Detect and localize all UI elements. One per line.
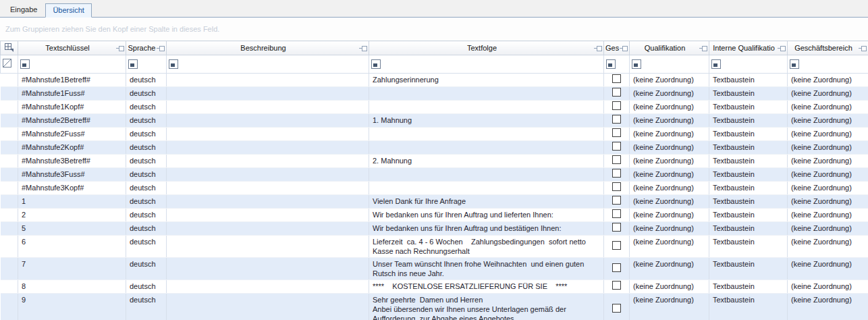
table-row[interactable]: 5deutschWir bedanken uns für Ihren Auftr…: [1, 222, 868, 236]
cell-geschaeftsbereich[interactable]: (keine Zuordnung): [788, 114, 868, 128]
filter-condition-icon[interactable]: [632, 59, 641, 69]
cell-textschluessel[interactable]: 7: [18, 258, 126, 280]
cell-ges[interactable]: [604, 195, 630, 209]
ges-checkbox[interactable]: [612, 281, 621, 290]
cell-ges[interactable]: [604, 128, 630, 141]
cell-geschaeftsbereich[interactable]: (keine Zuordnung): [788, 155, 868, 168]
filter-cell-ges[interactable]: [604, 55, 630, 74]
cell-textfolge[interactable]: [369, 168, 604, 182]
cell-textschluessel[interactable]: #Mahnstufe3Kopf#: [18, 182, 126, 195]
filter-cell-textschluessel[interactable]: [18, 55, 126, 74]
cell-sprache[interactable]: deutsch: [126, 155, 167, 168]
cell-beschreibung[interactable]: [167, 258, 369, 280]
cell-textschluessel[interactable]: 2: [18, 209, 126, 222]
cell-interne_qualifikation[interactable]: Textbaustein: [709, 222, 788, 236]
column-header-sprache[interactable]: Sprache: [126, 41, 167, 55]
table-row[interactable]: 8deutsch**** KOSTENLOSE ERSATZLIEFERUNG …: [1, 280, 868, 294]
ges-checkbox[interactable]: [612, 304, 621, 313]
filter-pin-icon[interactable]: [359, 46, 367, 51]
select-all-corner[interactable]: [1, 41, 18, 55]
filter-pin-icon[interactable]: [157, 46, 165, 51]
cell-qualifikation[interactable]: (keine Zuordnung): [630, 128, 709, 141]
cell-interne_qualifikation[interactable]: Textbaustein: [709, 182, 788, 195]
cell-textschluessel[interactable]: 9: [18, 294, 126, 320]
group-by-panel[interactable]: Zum Gruppieren ziehen Sie den Kopf einer…: [0, 18, 868, 41]
cell-interne_qualifikation[interactable]: Textbaustein: [709, 87, 788, 101]
cell-geschaeftsbereich[interactable]: (keine Zuordnung): [788, 280, 868, 294]
cell-ges[interactable]: [604, 222, 630, 236]
cell-interne_qualifikation[interactable]: Textbaustein: [709, 294, 788, 320]
cell-geschaeftsbereich[interactable]: (keine Zuordnung): [788, 128, 868, 141]
cell-interne_qualifikation[interactable]: Textbaustein: [709, 168, 788, 182]
filter-cell-beschreibung[interactable]: [167, 55, 369, 74]
cell-textfolge[interactable]: [369, 141, 604, 155]
cell-sprache[interactable]: deutsch: [126, 182, 167, 195]
cell-geschaeftsbereich[interactable]: (keine Zuordnung): [788, 87, 868, 101]
ges-checkbox[interactable]: [612, 115, 621, 124]
filter-cell-textfolge[interactable]: [369, 55, 604, 74]
table-row[interactable]: #Mahnstufe2Fuss#deutsch(keine Zuordnung)…: [1, 128, 868, 141]
cell-beschreibung[interactable]: [167, 168, 369, 182]
filter-condition-icon[interactable]: [371, 59, 381, 69]
cell-sprache[interactable]: deutsch: [126, 195, 167, 209]
cell-interne_qualifikation[interactable]: Textbaustein: [709, 280, 788, 294]
cell-qualifikation[interactable]: (keine Zuordnung): [630, 101, 709, 114]
filter-condition-icon[interactable]: [169, 59, 178, 69]
table-row[interactable]: #Mahnstufe2Betreff#deutsch1. Mahnung(kei…: [1, 114, 868, 128]
cell-geschaeftsbereich[interactable]: (keine Zuordnung): [788, 258, 868, 280]
cell-textschluessel[interactable]: #Mahnstufe2Kopf#: [18, 141, 126, 155]
filter-cell-interne-qualifikation[interactable]: [709, 55, 788, 74]
cell-interne_qualifikation[interactable]: Textbaustein: [709, 195, 788, 209]
cell-sprache[interactable]: deutsch: [126, 141, 167, 155]
filter-condition-icon[interactable]: [128, 59, 138, 69]
filter-pin-icon[interactable]: [594, 46, 602, 51]
cell-interne_qualifikation[interactable]: Textbaustein: [709, 101, 788, 114]
table-row[interactable]: #Mahnstufe3Fuss#deutsch(keine Zuordnung)…: [1, 168, 868, 182]
filter-cell-qualifikation[interactable]: [630, 55, 709, 74]
column-header-interne-qualifikation[interactable]: Interne Qualifikatio: [709, 41, 788, 55]
cell-interne_qualifikation[interactable]: Textbaustein: [709, 114, 788, 128]
cell-beschreibung[interactable]: [167, 87, 369, 101]
cell-sprache[interactable]: deutsch: [126, 74, 167, 87]
cell-sprache[interactable]: deutsch: [126, 101, 167, 114]
cell-qualifikation[interactable]: (keine Zuordnung): [630, 236, 709, 258]
filter-condition-icon[interactable]: [20, 59, 30, 69]
table-row[interactable]: #Mahnstufe2Kopf#deutsch(keine Zuordnung)…: [1, 141, 868, 155]
ges-checkbox[interactable]: [612, 196, 621, 205]
cell-textfolge[interactable]: 1. Mahnung: [369, 114, 604, 128]
cell-sprache[interactable]: deutsch: [126, 236, 167, 258]
cell-geschaeftsbereich[interactable]: (keine Zuordnung): [788, 101, 868, 114]
ges-checkbox[interactable]: [612, 88, 621, 97]
cell-interne_qualifikation[interactable]: Textbaustein: [709, 258, 788, 280]
filter-condition-icon[interactable]: [790, 59, 799, 69]
cell-ges[interactable]: [604, 209, 630, 222]
ges-checkbox[interactable]: [612, 209, 621, 218]
cell-qualifikation[interactable]: (keine Zuordnung): [630, 294, 709, 320]
cell-textfolge[interactable]: [369, 87, 604, 101]
cell-textfolge[interactable]: Vielen Dank für Ihre Anfrage: [369, 195, 604, 209]
cell-ges[interactable]: [604, 74, 630, 87]
cell-textschluessel[interactable]: #Mahnstufe2Betreff#: [18, 114, 126, 128]
cell-beschreibung[interactable]: [167, 155, 369, 168]
filter-pin-icon[interactable]: [778, 46, 786, 51]
cell-beschreibung[interactable]: [167, 182, 369, 195]
column-header-geschaeftsbereich[interactable]: Geschäftsbereich: [788, 41, 868, 55]
cell-qualifikation[interactable]: (keine Zuordnung): [630, 280, 709, 294]
cell-ges[interactable]: [604, 155, 630, 168]
cell-textfolge[interactable]: Wir bedanken uns für Ihren Auftrag und b…: [369, 222, 604, 236]
cell-beschreibung[interactable]: [167, 114, 369, 128]
filter-cell-sprache[interactable]: [126, 55, 167, 74]
cell-geschaeftsbereich[interactable]: (keine Zuordnung): [788, 168, 868, 182]
ges-checkbox[interactable]: [612, 128, 621, 137]
cell-beschreibung[interactable]: [167, 141, 369, 155]
cell-ges[interactable]: [604, 280, 630, 294]
table-row[interactable]: 6deutschLieferzeit ca. 4 - 6 Wochen Zahl…: [1, 236, 868, 258]
filter-condition-icon[interactable]: [606, 59, 616, 69]
cell-textschluessel[interactable]: #Mahnstufe1Kopf#: [18, 101, 126, 114]
cell-textschluessel[interactable]: #Mahnstufe3Betreff#: [18, 155, 126, 168]
ges-checkbox[interactable]: [612, 74, 621, 83]
cell-sprache[interactable]: deutsch: [126, 280, 167, 294]
cell-textfolge[interactable]: [369, 182, 604, 195]
cell-textfolge[interactable]: [369, 128, 604, 141]
filter-pin-icon[interactable]: [620, 46, 628, 51]
